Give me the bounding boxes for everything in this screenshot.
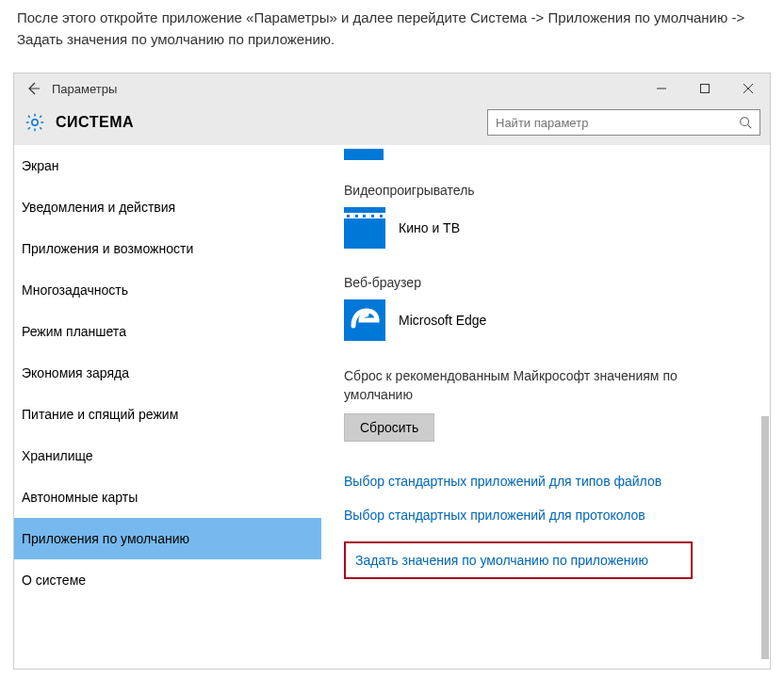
sidebar-item-multitasking[interactable]: Многозадачность (14, 269, 321, 311)
sidebar: Экран Уведомления и действия Приложения … (14, 145, 321, 669)
reset-button[interactable]: Сбросить (344, 413, 434, 442)
search-input[interactable] (496, 116, 739, 130)
sidebar-item-tablet-mode[interactable]: Режим планшета (14, 311, 321, 352)
sidebar-item-offline-maps[interactable]: Автономные карты (14, 476, 321, 518)
link-protocols[interactable]: Выбор стандартных приложений для протоко… (344, 508, 747, 523)
minimize-button[interactable] (640, 73, 683, 104)
close-icon (743, 83, 754, 94)
movies-tv-icon (344, 207, 385, 249)
svg-point-2 (32, 120, 38, 125)
reset-description: Сброс к рекомендованным Майкрософт значе… (344, 367, 747, 404)
link-by-app[interactable]: Задать значения по умолчанию по приложен… (344, 541, 693, 579)
video-player-label: Видеопроигрыватель (344, 183, 747, 198)
instruction-text: После этого откройте приложение «Парамет… (0, 0, 784, 73)
app-tile-partial[interactable] (344, 149, 384, 160)
titlebar: Параметры (14, 73, 770, 104)
video-player-row[interactable]: Кино и ТВ (344, 207, 747, 249)
page-title: СИСТЕМА (56, 114, 478, 131)
edge-icon (344, 299, 385, 341)
sidebar-item-storage[interactable]: Хранилище (14, 435, 321, 476)
settings-window: Параметры СИСТЕМА (13, 73, 771, 670)
sidebar-item-power-sleep[interactable]: Питание и спящий режим (14, 394, 321, 435)
maximize-button[interactable] (683, 73, 727, 104)
svg-point-3 (741, 118, 749, 126)
sidebar-item-apps-features[interactable]: Приложения и возможности (14, 228, 321, 269)
settings-gear-icon (24, 111, 46, 134)
maximize-icon (699, 83, 710, 94)
sidebar-item-default-apps[interactable]: Приложения по умолчанию (14, 518, 321, 559)
window-title: Параметры (52, 82, 640, 96)
window-body: Экран Уведомления и действия Приложения … (14, 145, 770, 669)
svg-rect-1 (701, 85, 710, 93)
content-panel: Видеопроигрыватель Кино и ТВ Веб-браузер… (321, 145, 770, 669)
sidebar-item-notifications[interactable]: Уведомления и действия (14, 186, 321, 228)
link-file-types[interactable]: Выбор стандартных приложений для типов ф… (344, 474, 747, 489)
sidebar-item-battery[interactable]: Экономия заряда (14, 352, 321, 394)
web-browser-app-name: Microsoft Edge (399, 313, 486, 328)
video-player-app-name: Кино и ТВ (399, 220, 460, 235)
search-input-container[interactable] (487, 109, 760, 136)
header-bar: СИСТЕМА (14, 104, 770, 145)
sidebar-item-display[interactable]: Экран (14, 145, 321, 186)
back-button[interactable] (14, 73, 52, 104)
web-browser-label: Веб-браузер (344, 275, 747, 290)
sidebar-item-about[interactable]: О системе (14, 559, 321, 601)
search-icon (739, 116, 752, 129)
scrollbar-thumb[interactable] (761, 416, 769, 659)
web-browser-row[interactable]: Microsoft Edge (344, 299, 747, 341)
arrow-left-icon (25, 81, 41, 96)
minimize-icon (656, 83, 667, 94)
close-button[interactable] (727, 73, 770, 104)
